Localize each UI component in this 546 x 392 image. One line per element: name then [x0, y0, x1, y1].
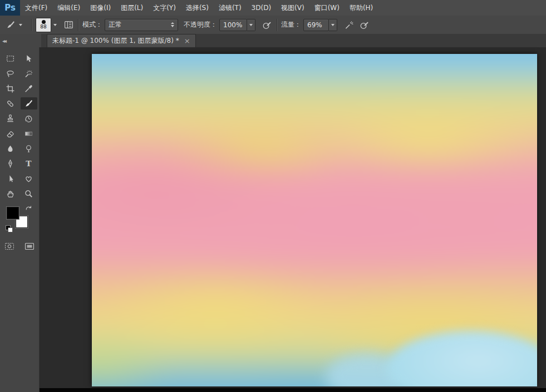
history-brush-icon [24, 114, 33, 123]
menu-help[interactable]: 帮助(H) [345, 0, 378, 16]
pen-icon [6, 159, 15, 168]
custom-shape-icon [24, 174, 33, 183]
canvas-document[interactable] [92, 54, 537, 386]
tool-hand[interactable] [2, 187, 19, 200]
photoshop-window: Ps 文件(F) 编辑(E) 图像(I) 图层(L) 文字(Y) 选择(S) 滤… [0, 0, 546, 392]
svg-text:T: T [26, 159, 32, 168]
tool-zoom[interactable] [21, 187, 37, 200]
divider [277, 19, 278, 31]
document-tab-title: 未标题-1 @ 100% (图层 1, 图层蒙版/8) * [52, 36, 179, 46]
tool-type[interactable]: T [21, 157, 37, 170]
toggle-brush-panel-button[interactable] [62, 19, 75, 31]
tool-quick-selection[interactable] [21, 67, 37, 80]
type-tool-icon: T [24, 159, 33, 168]
dodge-icon [24, 144, 33, 153]
brush-icon [24, 99, 33, 108]
move-tool-icon [24, 54, 33, 63]
brush-size-value: 88 [40, 24, 46, 29]
water-drop-icon [6, 144, 15, 153]
screen-mode-icon [24, 242, 35, 251]
menu-select[interactable]: 选择(S) [181, 0, 214, 16]
blend-mode-value: 正常 [109, 20, 168, 29]
rectangular-marquee-icon [6, 54, 15, 63]
menu-image[interactable]: 图像(I) [85, 0, 116, 16]
tool-spot-healing-brush[interactable] [2, 97, 19, 110]
tool-move[interactable] [21, 52, 37, 64]
options-bar: 88 模式： 正常 不透明度： 100% 流量： [0, 16, 546, 34]
divider [31, 19, 32, 31]
flow-value: 69% [307, 21, 325, 29]
tool-lasso[interactable] [2, 67, 19, 80]
divider [78, 19, 79, 31]
tool-preset-picker[interactable] [4, 19, 22, 31]
magnifier-icon [24, 189, 33, 199]
brush-dot-icon [42, 20, 46, 24]
menu-filter[interactable]: 滤镜(T) [214, 0, 247, 16]
opacity-value: 100% [223, 21, 243, 29]
lasso-icon [6, 69, 15, 78]
tool-clone-stamp[interactable] [2, 112, 19, 125]
tools-panel: T [0, 47, 40, 392]
photoshop-logo: Ps [0, 0, 20, 16]
tool-brush[interactable] [21, 97, 37, 110]
clone-stamp-icon [6, 114, 15, 123]
tool-blur[interactable] [2, 142, 19, 155]
eyedropper-icon [24, 84, 33, 93]
document-tab[interactable]: 未标题-1 @ 100% (图层 1, 图层蒙版/8) * × [47, 34, 196, 47]
screen-mode-button[interactable] [23, 241, 36, 252]
tool-eyedropper[interactable] [21, 82, 37, 95]
tool-pen[interactable] [2, 157, 19, 170]
gradient-icon [24, 129, 33, 138]
blend-mode-dropdown[interactable]: 正常 [105, 19, 178, 31]
window-bottom-edge [39, 388, 546, 392]
menu-3d[interactable]: 3D(D) [247, 0, 276, 16]
panel-bottom-buttons [0, 241, 39, 252]
mode-label: 模式： [82, 20, 102, 29]
path-selection-icon [6, 174, 15, 183]
menu-type[interactable]: 文字(Y) [148, 0, 181, 16]
tool-dodge[interactable] [21, 142, 37, 155]
brush-tool-preset-icon [4, 19, 17, 31]
tool-gradient[interactable] [21, 127, 37, 140]
pressure-size-toggle-button[interactable] [358, 19, 371, 31]
crop-icon [6, 84, 15, 93]
updown-arrows-icon [171, 22, 174, 27]
tool-path-selection[interactable] [2, 172, 19, 185]
tool-custom-shape[interactable] [21, 172, 37, 185]
flow-dropdown-button[interactable] [329, 19, 337, 31]
opacity-input[interactable]: 100% [219, 19, 247, 31]
collapse-panel-chevrons-icon[interactable]: ◂◂ [0, 34, 41, 47]
brush-size-picker[interactable]: 88 [36, 18, 57, 32]
tool-rectangular-marquee[interactable] [2, 52, 19, 64]
swap-colors-icon[interactable] [25, 204, 32, 215]
menu-file[interactable]: 文件(F) [20, 0, 52, 16]
close-tab-icon[interactable]: × [184, 37, 190, 44]
airbrush-toggle-button[interactable] [343, 19, 355, 31]
tool-crop[interactable] [2, 82, 19, 95]
healing-brush-icon [6, 99, 15, 108]
hand-icon [6, 189, 15, 199]
menu-window[interactable]: 窗口(W) [309, 0, 345, 16]
pressure-opacity-toggle-button[interactable] [261, 19, 273, 31]
opacity-dropdown-button[interactable] [247, 19, 255, 31]
menu-layer[interactable]: 图层(L) [116, 0, 148, 16]
magic-wand-icon [24, 69, 33, 78]
color-swatches [6, 204, 32, 233]
tool-eraser[interactable] [2, 127, 19, 140]
chevron-down-icon [53, 24, 57, 26]
menu-edit[interactable]: 编辑(E) [52, 0, 85, 16]
document-tab-bar: ◂◂ 未标题-1 @ 100% (图层 1, 图层蒙版/8) * × [0, 34, 546, 48]
tools-grid: T [0, 47, 39, 200]
menu-bar: Ps 文件(F) 编辑(E) 图像(I) 图层(L) 文字(Y) 选择(S) 滤… [0, 0, 546, 16]
eraser-icon [6, 129, 15, 138]
menu-view[interactable]: 视图(V) [276, 0, 309, 16]
flow-input[interactable]: 69% [303, 19, 329, 31]
default-colors-icon[interactable] [6, 225, 12, 232]
opacity-label: 不透明度： [184, 20, 217, 29]
quick-mask-icon [4, 242, 14, 251]
tool-history-brush[interactable] [21, 112, 37, 125]
foreground-color-swatch[interactable] [7, 207, 19, 219]
quick-mask-button[interactable] [3, 241, 16, 252]
flow-label: 流量： [281, 20, 301, 29]
chevron-down-icon [19, 24, 22, 26]
